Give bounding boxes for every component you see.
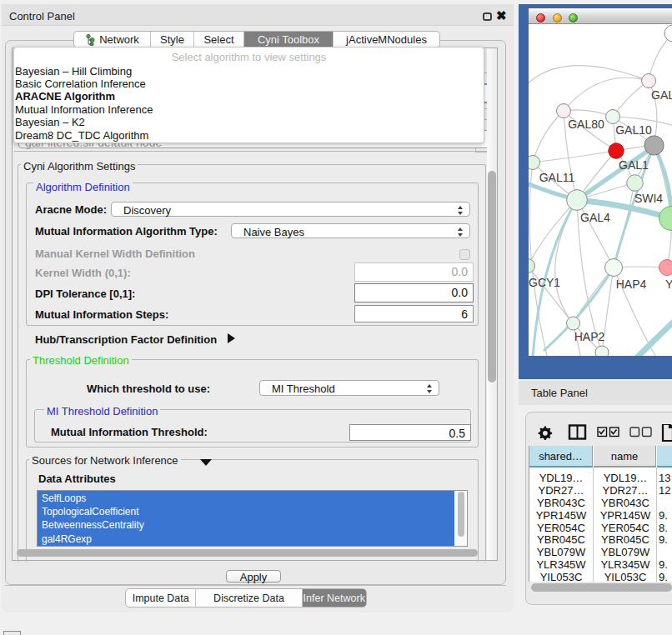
svg-text:GAL80: GAL80 — [568, 118, 604, 131]
svg-text:GAL1: GAL1 — [619, 158, 649, 172]
svg-text:GAL11: GAL11 — [539, 171, 575, 184]
svg-text:GAL10: GAL10 — [615, 123, 652, 137]
svg-text:HAP4: HAP4 — [616, 278, 647, 291]
svg-text:HAP2: HAP2 — [574, 330, 605, 343]
svg-text:GAL7: GAL7 — [651, 88, 672, 102]
svg-text:GAL4: GAL4 — [580, 211, 610, 224]
svg-text:SWI4: SWI4 — [634, 192, 663, 205]
svg-text:GCY1: GCY1 — [529, 276, 560, 289]
svg-text:Y: Y — [665, 278, 672, 291]
